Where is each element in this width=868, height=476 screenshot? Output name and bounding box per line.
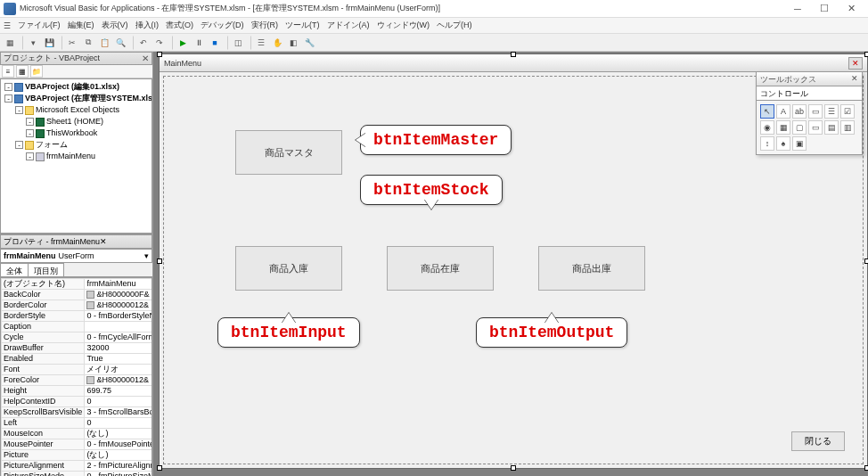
vba-icon bbox=[4, 3, 16, 15]
button-item-stock[interactable]: 商品在庫 bbox=[387, 246, 494, 291]
property-row[interactable]: BackColor&H8000000F& bbox=[2, 290, 153, 300]
property-row[interactable]: PictureSizeMode0 - fmPictureSizeModeClip bbox=[2, 472, 153, 477]
property-row[interactable]: (オブジェクト名)frmMainMenu bbox=[2, 279, 153, 290]
toolbox-controls: ↖ A ab ▭ ☰ ☑ ◉ ▦ ▢ ▭ ▤ ▥ ↕ ♠ ▣ bbox=[757, 101, 862, 154]
property-row[interactable]: Cycle0 - fmCycleAllForms bbox=[2, 332, 153, 343]
menu-addin[interactable]: アドイン(A) bbox=[327, 20, 370, 31]
properties-pane-title: プロパティ - frmMainMenu bbox=[4, 236, 100, 248]
tree-node[interactable]: -フォーム bbox=[3, 139, 150, 151]
tool-scrollbar-icon[interactable]: ↕ bbox=[760, 136, 774, 151]
tab-alphabetic[interactable]: 全体 bbox=[0, 263, 29, 276]
minimize-button[interactable]: ─ bbox=[784, 1, 811, 17]
project-pane-title: プロジェクト - VBAProject bbox=[4, 53, 100, 64]
tool-togglebutton-icon[interactable]: ▦ bbox=[776, 120, 790, 135]
tree-node[interactable]: -frmMainMenu bbox=[3, 151, 150, 162]
property-row[interactable]: MouseIcon(なし) bbox=[2, 429, 153, 439]
tree-node[interactable]: -ThisWorkbook bbox=[3, 127, 150, 139]
button-close[interactable]: 閉じる bbox=[791, 431, 845, 451]
tool-tabstrip-icon[interactable]: ▤ bbox=[824, 120, 839, 135]
property-row[interactable]: DrawBuffer32000 bbox=[2, 343, 153, 354]
tool-label-icon[interactable]: A bbox=[776, 104, 790, 119]
view-excel-icon[interactable]: ▦ bbox=[3, 36, 17, 50]
project-pane-close-icon[interactable]: ✕ bbox=[142, 53, 149, 63]
property-row[interactable]: Caption bbox=[2, 322, 153, 332]
tree-node[interactable]: -VBAProject (編集01.xlsx) bbox=[3, 81, 150, 93]
tool-commandbutton-icon[interactable]: ▭ bbox=[808, 120, 823, 135]
callout-item-input: btnItemInput bbox=[217, 317, 360, 348]
run-icon[interactable]: ▶ bbox=[176, 36, 190, 50]
tool-multipage-icon[interactable]: ▥ bbox=[840, 120, 855, 135]
tool-image-icon[interactable]: ▣ bbox=[792, 136, 807, 151]
tool-spinbutton-icon[interactable]: ♠ bbox=[776, 136, 790, 151]
toolbox-window[interactable]: ツールボックス ✕ コントロール ↖ A ab ▭ ☰ ☑ ◉ ▦ ▢ ▭ ▤ … bbox=[756, 71, 863, 155]
object-browser-icon[interactable]: ◧ bbox=[286, 36, 300, 50]
property-row[interactable]: BorderColor&H80000012& bbox=[2, 300, 153, 311]
reset-icon[interactable]: ■ bbox=[208, 36, 222, 50]
close-button[interactable]: ✕ bbox=[838, 1, 864, 17]
project-explorer-icon[interactable]: ☰ bbox=[254, 36, 268, 50]
view-code-icon[interactable]: ≡ bbox=[2, 65, 14, 78]
property-row[interactable]: Height699.75 bbox=[2, 386, 153, 397]
tree-node[interactable]: -VBAProject (在庫管理SYSTEM.xlsm) bbox=[3, 93, 150, 104]
tree-node[interactable]: -Microsoft Excel Objects bbox=[3, 104, 150, 116]
property-row[interactable]: Fontメイリオ bbox=[2, 365, 153, 375]
tree-node[interactable]: -Sheet1 (HOME) bbox=[3, 116, 150, 127]
tool-checkbox-icon[interactable]: ☑ bbox=[840, 104, 855, 119]
tool-listbox-icon[interactable]: ☰ bbox=[824, 104, 839, 119]
project-tree[interactable]: -VBAProject (編集01.xlsx)-VBAProject (在庫管理… bbox=[0, 78, 152, 234]
menu-insert[interactable]: 挿入(I) bbox=[135, 20, 160, 31]
menu-help[interactable]: ヘルプ(H) bbox=[437, 20, 472, 31]
menu-format[interactable]: 書式(O) bbox=[166, 20, 193, 31]
view-object-icon[interactable]: ▦ bbox=[16, 65, 29, 78]
tool-combobox-icon[interactable]: ▭ bbox=[808, 104, 823, 119]
window-titlebar: Microsoft Visual Basic for Applications … bbox=[0, 0, 868, 18]
property-row[interactable]: Picture(なし) bbox=[2, 450, 153, 461]
tool-pointer-icon[interactable]: ↖ bbox=[760, 104, 774, 119]
redo-icon[interactable]: ↷ bbox=[152, 36, 167, 50]
property-row[interactable]: EnabledTrue bbox=[2, 354, 153, 365]
menu-tools[interactable]: ツール(T) bbox=[285, 20, 320, 31]
paste-icon[interactable]: 📋 bbox=[97, 36, 111, 50]
property-row[interactable]: BorderStyle0 - fmBorderStyleNone bbox=[2, 311, 153, 322]
copy-icon[interactable]: ⧉ bbox=[81, 36, 95, 50]
property-row[interactable]: MousePointer0 - fmMousePointerDefault bbox=[2, 439, 153, 450]
properties-object-combo[interactable]: frmMainMenu UserForm ▾ bbox=[0, 249, 152, 263]
menu-window[interactable]: ウィンドウ(W) bbox=[377, 20, 430, 31]
property-row[interactable]: HelpContextID0 bbox=[2, 397, 153, 407]
cut-icon[interactable]: ✂ bbox=[65, 36, 79, 50]
toolbox-tab-controls[interactable]: コントロール bbox=[757, 86, 862, 101]
property-row[interactable]: PictureAlignment2 - fmPictureAlignmentCe… bbox=[2, 461, 153, 472]
menu-edit[interactable]: 編集(E) bbox=[68, 20, 94, 31]
properties-pane-close-icon[interactable]: ✕ bbox=[100, 237, 107, 246]
find-icon[interactable]: 🔍 bbox=[113, 36, 127, 50]
menu-view[interactable]: 表示(V) bbox=[102, 20, 128, 31]
menu-run[interactable]: 実行(R) bbox=[251, 20, 279, 31]
menu-debug[interactable]: デバッグ(D) bbox=[201, 20, 244, 31]
menu-system-icon[interactable]: ☰ bbox=[4, 21, 11, 30]
tool-textbox-icon[interactable]: ab bbox=[792, 104, 807, 119]
property-row[interactable]: ForeColor&H80000012& bbox=[2, 375, 153, 386]
save-icon[interactable]: 💾 bbox=[42, 36, 56, 50]
button-item-input[interactable]: 商品入庫 bbox=[235, 246, 342, 291]
tool-frame-icon[interactable]: ▢ bbox=[792, 120, 807, 135]
button-item-output[interactable]: 商品出庫 bbox=[538, 246, 645, 291]
maximize-button[interactable]: ☐ bbox=[811, 1, 838, 17]
menu-file[interactable]: ファイル(F) bbox=[18, 20, 61, 31]
toolbox-icon[interactable]: 🔧 bbox=[302, 36, 316, 50]
button-item-master[interactable]: 商品マスタ bbox=[235, 130, 342, 175]
menu-bar[interactable]: ☰ ファイル(F) 編集(E) 表示(V) 挿入(I) 書式(O) デバッグ(D… bbox=[0, 18, 868, 34]
properties-grid[interactable]: (オブジェクト名)frmMainMenuBackColor&H8000000F&… bbox=[0, 277, 152, 476]
undo-icon[interactable]: ↶ bbox=[136, 36, 151, 50]
toggle-folders-icon[interactable]: 📁 bbox=[30, 65, 43, 78]
tool-optionbutton-icon[interactable]: ◉ bbox=[760, 120, 774, 135]
property-row[interactable]: KeepScrollBarsVisible3 - fmScrollBarsBot… bbox=[2, 407, 153, 418]
userform-close-icon[interactable]: ✕ bbox=[848, 57, 863, 70]
properties-icon[interactable]: ✋ bbox=[270, 36, 284, 50]
insert-icon[interactable]: ▾ bbox=[26, 36, 40, 50]
toolbox-close-icon[interactable]: ✕ bbox=[851, 74, 858, 84]
break-icon[interactable]: ⏸ bbox=[192, 36, 206, 50]
callout-item-output: btnItemOutput bbox=[476, 317, 627, 348]
property-row[interactable]: Left0 bbox=[2, 418, 153, 429]
tab-categorized[interactable]: 項目別 bbox=[28, 263, 64, 276]
design-mode-icon[interactable]: ◫ bbox=[231, 36, 245, 50]
